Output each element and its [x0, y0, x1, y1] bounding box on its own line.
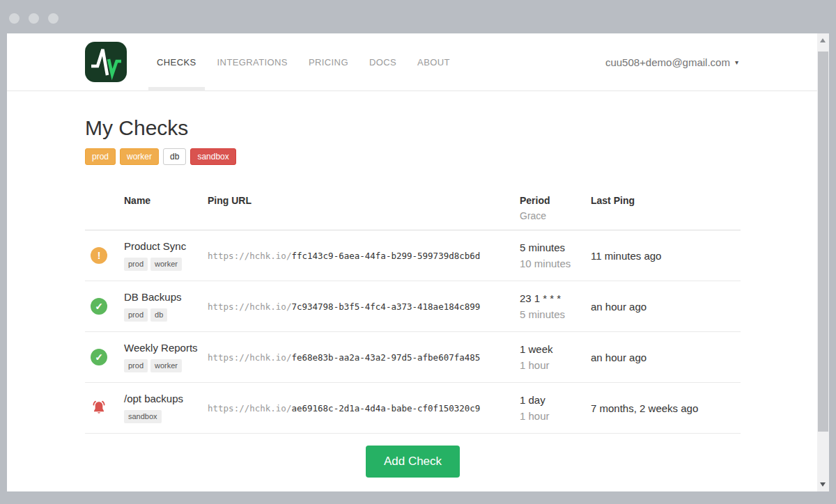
status-down-bell-icon [91, 400, 107, 416]
last-ping-cell: an hour ago [591, 352, 741, 363]
table-header-row: Name Ping URL Period Grace Last Ping [85, 186, 741, 230]
column-header-last-ping: Last Ping [591, 195, 741, 221]
check-tags: prod worker [124, 258, 208, 271]
ping-url-prefix: https://hchk.io/ [208, 352, 291, 363]
ping-url-cell: https://hchk.io/ffc143c9-6aea-44fa-b299-… [208, 251, 520, 261]
window-controls [9, 13, 59, 24]
nav-item-docs[interactable]: DOCS [359, 33, 407, 91]
status-cell: ! [85, 247, 124, 264]
status-late-icon: ! [91, 247, 107, 264]
check-tag: db [150, 308, 167, 322]
check-tags: sandbox [124, 410, 208, 423]
account-email: cuu508+demo@gmail.com [605, 56, 730, 68]
ping-url-prefix: https://hchk.io/ [208, 403, 291, 414]
window-control-dot[interactable] [48, 13, 59, 24]
nav-item-integrations[interactable]: INTEGRATIONS [207, 33, 298, 91]
name-cell: /opt backups sandbox [124, 393, 208, 423]
name-cell: Product Sync prod worker [124, 240, 208, 271]
add-check-container: Add Check [85, 446, 741, 478]
page-title: My Checks [85, 116, 819, 140]
check-row: /opt backups sandbox https://hchk.io/ae6… [85, 383, 741, 434]
ping-url-prefix: https://hchk.io/ [208, 251, 291, 261]
column-header-period: Period Grace [520, 195, 591, 221]
check-tag: prod [124, 359, 148, 372]
period-value: 1 day [520, 394, 591, 406]
period-cell: 5 minutes 10 minutes [520, 242, 591, 269]
check-tag: prod [124, 258, 148, 271]
status-up-icon: ✓ [91, 349, 107, 365]
window-control-dot[interactable] [9, 13, 20, 24]
checks-table: Name Ping URL Period Grace Last Ping ! P… [85, 186, 741, 434]
column-header-grace-label: Grace [520, 210, 591, 221]
tag-filter-prod[interactable]: prod [85, 148, 116, 165]
ping-url-code: fe68e83b-aa2a-43a2-97d5-afbe607fa485 [291, 352, 480, 363]
scroll-down-arrow[interactable] [817, 478, 829, 491]
ping-url-prefix: https://hchk.io/ [208, 301, 291, 312]
check-row: ✓ DB Backups prod db https://hchk.io/7c9… [85, 281, 741, 332]
ping-url-code: 7c934798-b3f5-4fc4-a373-418ae184c899 [291, 301, 480, 312]
check-tag: sandbox [124, 410, 162, 423]
check-tags: prod worker [124, 359, 208, 372]
check-tag: worker [150, 359, 182, 372]
ping-url-cell: https://hchk.io/7c934798-b3f5-4fc4-a373-… [208, 301, 520, 312]
main-nav-menu: CHECKS INTEGRATIONS PRICING DOCS ABOUT [146, 33, 460, 91]
last-ping-cell: 7 months, 2 weeks ago [591, 402, 741, 414]
grace-value: 1 hour [520, 359, 591, 371]
column-header-name: Name [124, 195, 208, 221]
name-cell: DB Backups prod db [124, 291, 208, 322]
scrollbar-thumb[interactable] [818, 52, 828, 432]
add-check-button[interactable]: Add Check [366, 446, 460, 478]
tag-filter-bar: prod worker db sandbox [85, 148, 819, 165]
caret-down-icon: ▾ [735, 58, 738, 66]
app-logo[interactable] [85, 42, 127, 82]
column-header-period-label: Period [520, 195, 591, 206]
check-row: ! Product Sync prod worker https://hchk.… [85, 230, 741, 281]
status-cell [85, 400, 124, 416]
ping-url-cell: https://hchk.io/ae69168c-2d1a-4d4a-babe-… [208, 403, 520, 414]
period-cell: 1 day 1 hour [520, 394, 591, 422]
period-value: 23 1 * * * [520, 292, 591, 304]
tag-filter-worker[interactable]: worker [120, 148, 159, 165]
scroll-up-arrow[interactable] [817, 33, 829, 47]
last-ping-cell: an hour ago [591, 301, 741, 313]
main-content: My Checks prod worker db sandbox Name Pi… [7, 116, 819, 478]
grace-value: 10 minutes [520, 258, 591, 269]
check-name[interactable]: DB Backups [124, 291, 182, 303]
window-control-dot[interactable] [29, 13, 39, 24]
period-value: 5 minutes [520, 242, 591, 253]
last-ping-cell: 11 minutes ago [591, 250, 741, 262]
nav-item-pricing[interactable]: PRICING [298, 33, 359, 91]
period-value: 1 week [520, 343, 591, 355]
grace-value: 1 hour [520, 410, 591, 422]
tag-filter-db[interactable]: db [163, 148, 186, 165]
check-name[interactable]: /opt backups [124, 393, 183, 404]
tag-filter-sandbox[interactable]: sandbox [190, 148, 235, 165]
status-cell: ✓ [85, 349, 124, 365]
status-cell: ✓ [85, 298, 124, 315]
check-tag: prod [124, 308, 148, 322]
period-cell: 23 1 * * * 5 minutes [520, 292, 591, 320]
ping-url-cell: https://hchk.io/fe68e83b-aa2a-43a2-97d5-… [208, 352, 520, 363]
status-up-icon: ✓ [91, 298, 107, 315]
period-cell: 1 week 1 hour [520, 343, 591, 371]
name-cell: Weekly Reports prod worker [124, 342, 208, 372]
browser-viewport: CHECKS INTEGRATIONS PRICING DOCS ABOUT c… [7, 33, 829, 491]
heartbeat-logo-icon [85, 42, 127, 82]
check-tag: worker [150, 258, 182, 271]
check-name[interactable]: Weekly Reports [124, 342, 198, 354]
ping-url-code: ffc143c9-6aea-44fa-b299-599739d8cb6d [291, 251, 480, 261]
column-header-status [85, 195, 124, 221]
top-nav: CHECKS INTEGRATIONS PRICING DOCS ABOUT c… [7, 33, 829, 91]
nav-item-checks[interactable]: CHECKS [146, 33, 207, 91]
check-row: ✓ Weekly Reports prod worker https://hch… [85, 332, 741, 383]
grace-value: 5 minutes [520, 308, 591, 320]
nav-item-about[interactable]: ABOUT [407, 33, 460, 91]
check-tags: prod db [124, 308, 208, 322]
account-menu[interactable]: cuu508+demo@gmail.com ▾ [605, 56, 738, 68]
scrollbar[interactable] [817, 33, 829, 491]
ping-url-code: ae69168c-2d1a-4d4a-babe-cf0f150320c9 [291, 403, 480, 414]
column-header-ping-url: Ping URL [208, 195, 520, 221]
check-name[interactable]: Product Sync [124, 240, 186, 252]
